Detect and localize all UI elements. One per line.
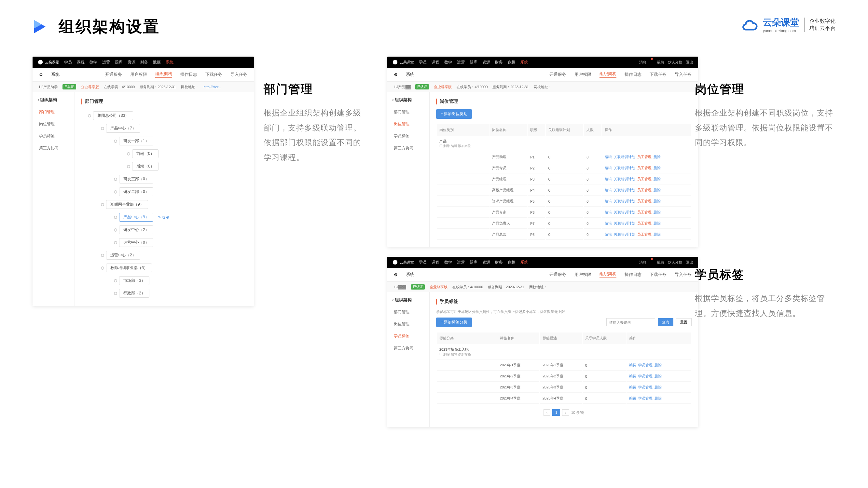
del-link[interactable]: 删除 xyxy=(654,374,662,378)
top-exit[interactable]: 退出 xyxy=(686,60,693,65)
tree-node[interactable]: 运营中心（0） xyxy=(114,236,247,249)
nav-item[interactable]: 资源 xyxy=(128,60,135,65)
nav-item[interactable]: 题库 xyxy=(470,260,477,265)
top-help[interactable]: 帮助 xyxy=(657,260,664,265)
del-link[interactable]: 删除 xyxy=(654,396,662,400)
nav-item[interactable]: 题库 xyxy=(470,60,477,65)
tree-node[interactable]: 前端（0） xyxy=(127,148,247,160)
tree-node[interactable]: 研发一部（1） xyxy=(114,135,247,148)
nav-item[interactable]: 运营 xyxy=(102,60,110,65)
sidebar-item-job[interactable]: 岗位管理 xyxy=(387,318,429,330)
edit-link[interactable]: 编辑 xyxy=(605,155,612,159)
mgr-link[interactable]: 员工管理 xyxy=(637,199,652,203)
mgr-link[interactable]: 学员管理 xyxy=(638,363,653,367)
search-button[interactable]: 查询 xyxy=(658,318,673,326)
top-exit[interactable]: 退出 xyxy=(686,260,693,265)
plan-link[interactable]: 关联培训计划 xyxy=(614,232,635,236)
mgr-link[interactable]: 学员管理 xyxy=(638,374,653,378)
plan-link[interactable]: 关联培训计划 xyxy=(614,188,635,192)
top-help[interactable]: 帮助 xyxy=(657,60,664,65)
tab[interactable]: 操作日志 xyxy=(625,72,642,77)
tree-node[interactable]: 行政部（2） xyxy=(114,287,247,300)
tree-node[interactable]: 研发中心（2） xyxy=(114,224,247,236)
top-school[interactable]: 默认分校 xyxy=(668,260,682,265)
edit-link[interactable]: 编辑 xyxy=(629,363,636,367)
tree-node[interactable]: 运营中心（2） xyxy=(101,249,247,262)
sidebar-item-dept[interactable]: 部门管理 xyxy=(387,106,429,118)
nav-item[interactable]: 教学 xyxy=(90,60,97,65)
sidebar-item-3rd[interactable]: 第三方协同 xyxy=(33,142,74,154)
tab-active[interactable]: 组织架构 xyxy=(599,71,616,78)
tab[interactable]: 开通服务 xyxy=(549,272,566,278)
del-link[interactable]: 删除 xyxy=(653,155,661,159)
nav-item[interactable]: 学员 xyxy=(64,60,72,65)
edit-link[interactable]: 编辑 xyxy=(605,166,612,170)
node-actions[interactable]: ✎ ⧉ ⊕ xyxy=(158,215,169,220)
nav-item-active[interactable]: 系统 xyxy=(520,260,528,265)
plan-link[interactable]: 关联培训计划 xyxy=(614,199,635,203)
nav-item[interactable]: 数据 xyxy=(508,260,516,265)
del-link[interactable]: 删除 xyxy=(653,210,661,214)
tree-node[interactable]: 研发二部（0） xyxy=(114,186,247,198)
edit-link[interactable]: 编辑 xyxy=(629,385,636,389)
top-msg[interactable]: 消息 xyxy=(639,60,646,65)
mgr-link[interactable]: 员工管理 xyxy=(637,188,652,192)
tree-node[interactable]: 教师培训事业部（6） xyxy=(101,262,247,274)
mgr-link[interactable]: 员工管理 xyxy=(637,166,652,170)
tab-active[interactable]: 组织架构 xyxy=(155,71,172,78)
nav-item[interactable]: 课程 xyxy=(432,260,439,265)
tab[interactable]: 开通服务 xyxy=(549,72,566,77)
mgr-link[interactable]: 学员管理 xyxy=(638,385,653,389)
nav-item[interactable]: 资源 xyxy=(482,60,490,65)
pager-prev[interactable]: ‹ xyxy=(544,409,551,416)
tab[interactable]: 操作日志 xyxy=(625,272,642,278)
nav-item[interactable]: 财务 xyxy=(140,60,148,65)
edit-link[interactable]: 编辑 xyxy=(605,232,612,236)
nav-item[interactable]: 资源 xyxy=(482,260,490,265)
tree-node[interactable]: 互联网事业部（9） xyxy=(101,198,247,211)
edit-link[interactable]: 编辑 xyxy=(629,396,636,400)
mgr-link[interactable]: 员工管理 xyxy=(637,232,652,236)
nav-item-active[interactable]: 系统 xyxy=(166,60,174,65)
sidebar-item-job[interactable]: 岗位管理 xyxy=(387,118,429,130)
edit-link[interactable]: 编辑 xyxy=(605,210,612,214)
pager-next[interactable]: › xyxy=(562,409,569,416)
del-link[interactable]: 删除 xyxy=(653,188,661,192)
edit-link[interactable]: 编辑 xyxy=(605,188,612,192)
plan-link[interactable]: 关联培训计划 xyxy=(614,221,635,225)
add-tag-button[interactable]: + 添加标签分类 xyxy=(436,318,472,327)
tree-node[interactable]: 研发三部（0） xyxy=(114,173,247,186)
nav-item[interactable]: 财务 xyxy=(495,260,503,265)
nav-item[interactable]: 教学 xyxy=(444,260,452,265)
edit-link[interactable]: 编辑 xyxy=(629,374,636,378)
nav-item[interactable]: 数据 xyxy=(508,60,516,65)
plan-link[interactable]: 关联培训计划 xyxy=(614,210,635,214)
tab[interactable]: 下载任务 xyxy=(205,72,222,77)
pager-size[interactable]: 10 条/页 xyxy=(571,410,584,415)
mgr-link[interactable]: 员工管理 xyxy=(637,210,652,214)
nav-item[interactable]: 运营 xyxy=(457,60,465,65)
nav-item[interactable]: 财务 xyxy=(495,60,503,65)
tab[interactable]: 开通服务 xyxy=(105,72,122,77)
mgr-link[interactable]: 学员管理 xyxy=(638,396,653,400)
sidebar-item-3rd[interactable]: 第三方协同 xyxy=(387,342,429,354)
tab[interactable]: 导入任务 xyxy=(675,272,691,278)
sidebar-item-tag[interactable]: 学员标签 xyxy=(387,130,429,142)
mgr-link[interactable]: 员工管理 xyxy=(637,221,652,225)
top-school[interactable]: 默认分校 xyxy=(668,60,682,65)
nav-item[interactable]: 学员 xyxy=(419,260,427,265)
edit-link[interactable]: 编辑 xyxy=(605,177,612,181)
mgr-link[interactable]: 员工管理 xyxy=(637,155,652,159)
nav-item[interactable]: 学员 xyxy=(419,60,427,65)
sidebar-item-dept[interactable]: 部门管理 xyxy=(387,306,429,318)
del-link[interactable]: 删除 xyxy=(653,199,661,203)
plan-link[interactable]: 关联培训计划 xyxy=(614,166,635,170)
plan-link[interactable]: 关联培训计划 xyxy=(614,155,635,159)
nav-item[interactable]: 运营 xyxy=(457,260,465,265)
sidebar-item-tag[interactable]: 学员标签 xyxy=(33,130,74,142)
tree-node[interactable]: 集团总公司（33） xyxy=(88,109,247,122)
tab[interactable]: 下载任务 xyxy=(650,272,666,278)
nav-item[interactable]: 教学 xyxy=(444,60,452,65)
sidebar-item-dept[interactable]: 部门管理 xyxy=(33,106,74,118)
pager-page[interactable]: 1 xyxy=(552,409,560,416)
